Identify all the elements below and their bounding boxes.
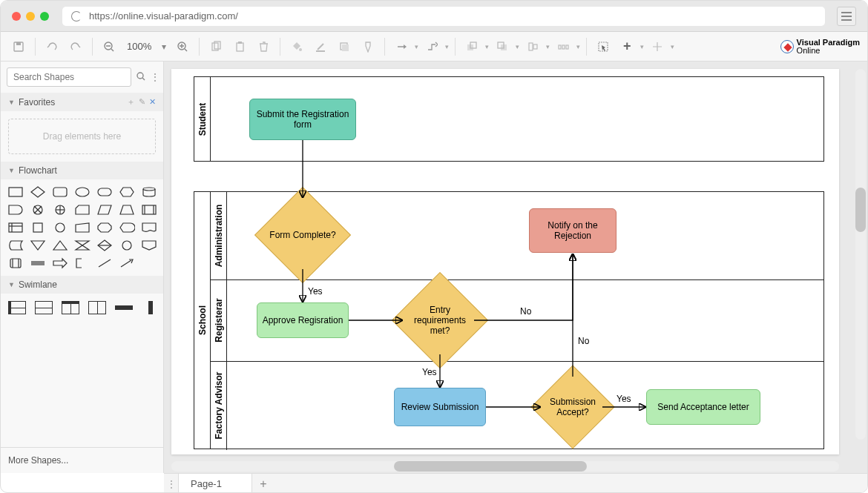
shape-arrow-line[interactable]: [118, 257, 136, 270]
shape-hlane[interactable]: [35, 301, 53, 314]
connector-button[interactable]: [391, 36, 412, 57]
shape-connector[interactable]: [118, 239, 136, 252]
shape-diamond[interactable]: [29, 185, 47, 199]
shape-sort[interactable]: [96, 239, 114, 252]
horizontal-scrollbar[interactable]: [171, 461, 839, 472]
maximize-window-icon[interactable]: [40, 12, 49, 21]
shape-or[interactable]: [51, 203, 69, 216]
shape-internal[interactable]: [7, 221, 24, 234]
zoom-level[interactable]: 100%: [122, 41, 156, 52]
shape-sum[interactable]: [29, 203, 47, 216]
shape-ellipse[interactable]: [73, 185, 91, 199]
shape-rect[interactable]: [7, 185, 24, 199]
shape-delay[interactable]: [7, 203, 24, 216]
shape-card[interactable]: [73, 203, 91, 216]
add-page-button[interactable]: +: [252, 474, 274, 493]
shape-merge[interactable]: [29, 239, 47, 252]
browser-menu-button[interactable]: [837, 7, 856, 26]
node-approve[interactable]: Approve Regisration: [257, 302, 349, 338]
redo-button[interactable]: [65, 36, 86, 57]
minimize-window-icon[interactable]: [26, 12, 35, 21]
shape-hbar[interactable]: [115, 305, 133, 310]
shape-vlane[interactable]: [88, 301, 106, 314]
delete-button[interactable]: [253, 36, 274, 57]
shape-square[interactable]: [29, 221, 47, 234]
add-favorite-icon[interactable]: ＋: [127, 96, 135, 107]
more-icon[interactable]: ⋮: [151, 72, 160, 82]
drawing-page[interactable]: Student School Administration Registerar…: [171, 69, 839, 454]
node-notify-reject[interactable]: Notify on the Rejection: [529, 208, 617, 253]
shape-predef[interactable]: [140, 203, 158, 216]
shadow-button[interactable]: [334, 36, 355, 57]
node-sub-accept[interactable]: Submission Accept?: [543, 377, 602, 437]
shape-display[interactable]: [118, 221, 136, 234]
zoom-out-button[interactable]: [99, 36, 119, 57]
close-window-icon[interactable]: [12, 12, 21, 21]
shape-cylinder[interactable]: [140, 185, 158, 199]
swimlane-panel-header[interactable]: ▼ Swimlane: [1, 276, 163, 294]
line-color-button[interactable]: [310, 36, 331, 57]
waypoint-button[interactable]: [421, 36, 442, 57]
shape-arrow[interactable]: [51, 257, 69, 270]
shape-collate[interactable]: [73, 239, 91, 252]
flowchart-panel-header[interactable]: ▼ Flowchart: [1, 162, 163, 179]
zoom-in-button[interactable]: [172, 36, 193, 57]
shape-extract[interactable]: [51, 239, 69, 252]
edit-favorite-icon[interactable]: ✎: [139, 97, 145, 107]
shape-directdata[interactable]: [7, 257, 24, 270]
shape-document[interactable]: [140, 221, 158, 234]
page-tab-1[interactable]: Page-1: [179, 474, 252, 493]
svg-rect-22: [529, 43, 533, 50]
shape-offpage[interactable]: [140, 239, 158, 252]
save-button[interactable]: [8, 36, 29, 57]
node-form-complete[interactable]: Form Complete?: [269, 201, 337, 269]
favorites-panel-header[interactable]: ▼ Favorites ＋ ✎ ✕: [1, 93, 163, 111]
shape-circle[interactable]: [51, 221, 69, 234]
coords-button[interactable]: [647, 36, 668, 57]
vertical-scrollbar[interactable]: [855, 69, 866, 440]
tab-grip[interactable]: ⋮: [164, 474, 179, 493]
shape-terminator[interactable]: [96, 185, 114, 199]
add-button[interactable]: +: [617, 36, 637, 57]
fill-button[interactable]: [286, 36, 307, 57]
node-entry-met[interactable]: Entry requirements met?: [406, 286, 474, 354]
edge-yes-3: Yes: [617, 394, 631, 404]
canvas[interactable]: Student School Administration Registerar…: [164, 62, 867, 473]
shape-vlane-pool[interactable]: [62, 301, 79, 314]
node-review[interactable]: Review Submission: [394, 388, 486, 426]
to-front-button[interactable]: [461, 36, 482, 57]
shape-hlane-pool[interactable]: [8, 301, 26, 314]
undo-button[interactable]: [42, 36, 62, 57]
shape-trap[interactable]: [118, 203, 136, 216]
close-favorite-icon[interactable]: ✕: [149, 97, 156, 107]
shape-hexagon[interactable]: [118, 185, 136, 199]
reload-icon[interactable]: [71, 11, 82, 21]
shape-vbar[interactable]: [148, 301, 153, 314]
svg-point-52: [122, 241, 131, 250]
shape-manual[interactable]: [73, 221, 91, 234]
shape-loop[interactable]: [96, 221, 114, 234]
search-icon[interactable]: [136, 71, 146, 84]
search-shapes-input[interactable]: [7, 67, 131, 87]
paste-button[interactable]: [229, 36, 250, 57]
browser-chrome: https://online.visual-paradigm.com/: [1, 1, 867, 32]
to-back-button[interactable]: [492, 36, 513, 57]
shape-line[interactable]: [96, 257, 114, 270]
shape-annotation[interactable]: [73, 257, 91, 270]
shape-roundrect[interactable]: [51, 185, 69, 199]
url-bar[interactable]: https://online.visual-paradigm.com/: [62, 7, 825, 26]
align-button[interactable]: [522, 36, 543, 57]
select-button[interactable]: [593, 36, 614, 57]
shape-tape[interactable]: [29, 257, 47, 270]
shape-parallelogram[interactable]: [96, 203, 114, 216]
shape-stored[interactable]: [7, 239, 24, 252]
distribute-button[interactable]: [553, 36, 573, 57]
copy-button[interactable]: [206, 36, 226, 57]
format-painter-button[interactable]: [358, 36, 378, 57]
node-send-letter[interactable]: Send Acceptance letter: [646, 389, 760, 425]
favorites-dropzone[interactable]: Drag elements here: [8, 119, 156, 154]
brand-logo[interactable]: Visual ParadigmOnline: [780, 39, 860, 55]
zoom-dropdown-icon[interactable]: ▾: [159, 36, 169, 57]
more-shapes-button[interactable]: More Shapes...: [1, 447, 163, 473]
node-submit[interactable]: Submit the Registration form: [249, 99, 356, 140]
